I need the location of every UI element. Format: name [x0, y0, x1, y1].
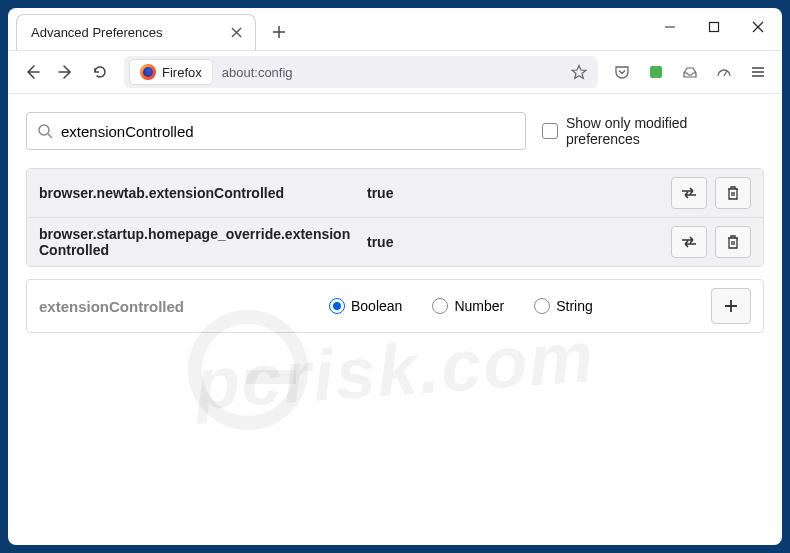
type-radio-number[interactable]: Number	[432, 298, 504, 314]
add-preference-button[interactable]	[711, 288, 751, 324]
toggle-icon	[680, 235, 698, 249]
delete-button[interactable]	[715, 226, 751, 258]
preference-actions	[671, 177, 751, 209]
browser-window: Advanced Preferences Firefox about:confi…	[8, 8, 782, 545]
preferences-table: browser.newtab.extensionControlled true …	[26, 168, 764, 267]
identity-label: Firefox	[162, 65, 202, 80]
preference-value: true	[367, 234, 427, 250]
identity-chip[interactable]: Firefox	[130, 60, 212, 84]
close-icon	[231, 27, 242, 38]
search-row: Show only modified preferences	[26, 112, 764, 150]
radio-icon	[432, 298, 448, 314]
url-bar[interactable]: Firefox about:config	[124, 56, 598, 88]
search-input[interactable]	[61, 123, 515, 140]
star-icon	[571, 64, 587, 80]
nav-toolbar: Firefox about:config	[8, 50, 782, 94]
trash-icon	[726, 234, 740, 250]
pocket-icon	[614, 64, 630, 80]
url-text: about:config	[212, 65, 566, 80]
inbox-button[interactable]	[674, 56, 706, 88]
search-icon	[37, 123, 53, 139]
trash-icon	[726, 185, 740, 201]
toolbar-icons	[606, 56, 774, 88]
tab-close-button[interactable]	[227, 24, 245, 42]
reload-icon	[92, 64, 108, 80]
reload-button[interactable]	[84, 56, 116, 88]
preference-row[interactable]: browser.newtab.extensionControlled true	[27, 169, 763, 217]
toggle-icon	[680, 186, 698, 200]
window-controls	[648, 12, 780, 42]
arrow-right-icon	[58, 64, 74, 80]
new-tab-button[interactable]	[264, 17, 294, 47]
delete-button[interactable]	[715, 177, 751, 209]
search-box[interactable]	[26, 112, 526, 150]
arrow-left-icon	[24, 64, 40, 80]
pocket-button[interactable]	[606, 56, 638, 88]
new-preference-row: extensionControlled Boolean Number Strin…	[26, 279, 764, 333]
back-button[interactable]	[16, 56, 48, 88]
toggle-button[interactable]	[671, 226, 707, 258]
plus-icon	[723, 298, 739, 314]
tab-bar: Advanced Preferences	[8, 8, 782, 50]
svg-point-3	[39, 125, 49, 135]
preference-value: true	[367, 185, 427, 201]
preference-name: browser.newtab.extensionControlled	[39, 185, 359, 201]
new-preference-name: extensionControlled	[39, 298, 329, 315]
checkbox-icon	[542, 123, 558, 139]
svg-rect-0	[710, 23, 719, 32]
preference-actions	[671, 226, 751, 258]
svg-point-2	[654, 67, 658, 71]
preference-name: browser.startup.homepage_override.extens…	[39, 226, 359, 258]
minimize-button[interactable]	[648, 12, 692, 42]
puzzle-icon	[648, 64, 664, 80]
tab-title: Advanced Preferences	[31, 25, 227, 40]
preference-row[interactable]: browser.startup.homepage_override.extens…	[27, 217, 763, 266]
type-radio-boolean[interactable]: Boolean	[329, 298, 402, 314]
radio-icon	[329, 298, 345, 314]
close-icon	[752, 21, 764, 33]
firefox-icon	[140, 64, 156, 80]
forward-button[interactable]	[50, 56, 82, 88]
toggle-button[interactable]	[671, 177, 707, 209]
modified-only-label: Show only modified preferences	[566, 115, 764, 147]
maximize-button[interactable]	[692, 12, 736, 42]
menu-button[interactable]	[742, 56, 774, 88]
inbox-icon	[682, 64, 698, 80]
bookmark-button[interactable]	[566, 59, 592, 85]
maximize-icon	[708, 21, 720, 33]
radio-icon	[534, 298, 550, 314]
modified-only-checkbox[interactable]: Show only modified preferences	[542, 115, 764, 147]
type-radio-string[interactable]: String	[534, 298, 593, 314]
about-config-content: Show only modified preferences browser.n…	[8, 94, 782, 545]
minimize-icon	[664, 21, 676, 33]
extension-button[interactable]	[640, 56, 672, 88]
close-window-button[interactable]	[736, 12, 780, 42]
shield-button[interactable]	[708, 56, 740, 88]
type-radios: Boolean Number String	[329, 298, 699, 314]
tab-advanced-preferences[interactable]: Advanced Preferences	[16, 14, 256, 50]
plus-icon	[272, 25, 286, 39]
hamburger-icon	[750, 64, 766, 80]
gauge-icon	[716, 64, 732, 80]
